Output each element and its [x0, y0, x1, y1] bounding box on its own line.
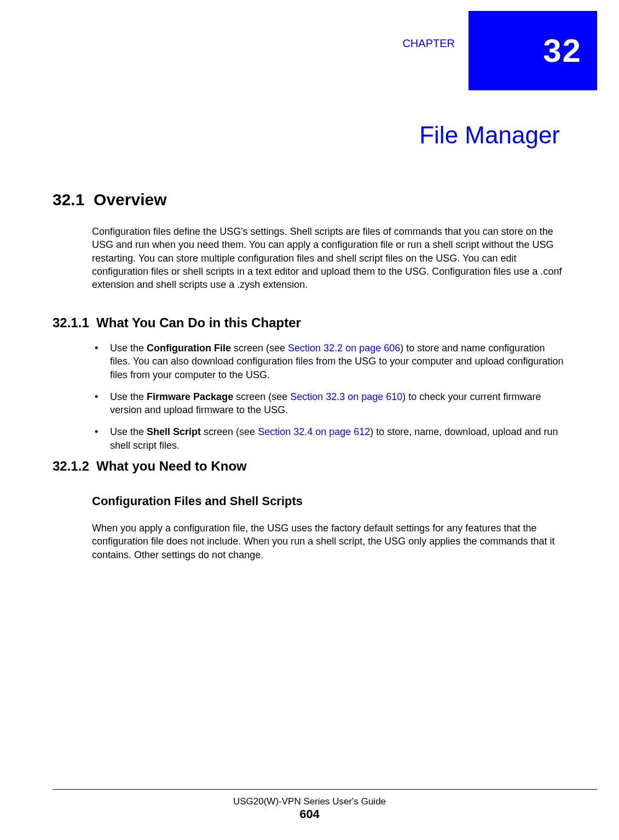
- cross-reference-link[interactable]: Section 32.4 on page 612: [258, 426, 370, 437]
- list-item: Use the Firmware Package screen (see Sec…: [95, 390, 567, 417]
- text: screen (see: [233, 391, 290, 402]
- chapter-number-box: 32: [468, 11, 597, 90]
- section-num: 32.1: [53, 190, 84, 208]
- section-title: What You Can Do in this Chapter: [96, 315, 301, 330]
- bullet-list: Use the Configuration File screen (see S…: [95, 341, 567, 461]
- footer-guide-title: USG20(W)-VPN Series User's Guide: [0, 796, 619, 807]
- overview-paragraph: Configuration files define the USG's set…: [92, 225, 567, 291]
- text: Use the: [110, 391, 147, 402]
- chapter-number: 32: [543, 32, 582, 69]
- subsection-heading: Configuration Files and Shell Scripts: [92, 494, 303, 508]
- text: Use the: [110, 426, 147, 437]
- chapter-label: CHAPTER: [402, 37, 455, 50]
- bold-text: Firmware Package: [147, 391, 233, 402]
- section-heading-32-1: 32.1 Overview: [53, 190, 166, 209]
- need-to-know-paragraph: When you apply a configuration file, the…: [92, 522, 567, 561]
- list-item: Use the Shell Script screen (see Section…: [95, 425, 567, 452]
- section-heading-32-1-2: 32.1.2 What you Need to Know: [53, 459, 247, 474]
- footer-rule: [53, 789, 597, 790]
- section-num: 32.1.2: [53, 459, 89, 473]
- section-heading-32-1-1: 32.1.1 What You Can Do in this Chapter: [53, 315, 301, 331]
- page: CHAPTER 32 File Manager 32.1 Overview Co…: [0, 0, 619, 840]
- bold-text: Configuration File: [147, 343, 231, 354]
- text: screen (see: [231, 343, 288, 354]
- chapter-title: File Manager: [419, 121, 560, 149]
- footer-page-number: 604: [0, 807, 619, 821]
- section-title: Overview: [94, 190, 166, 208]
- text: screen (see: [201, 426, 258, 437]
- bold-text: Shell Script: [147, 426, 201, 437]
- cross-reference-link[interactable]: Section 32.2 on page 606: [288, 343, 400, 354]
- section-title: What you Need to Know: [96, 459, 247, 473]
- list-item: Use the Configuration File screen (see S…: [95, 341, 567, 381]
- cross-reference-link[interactable]: Section 32.3 on page 610: [290, 391, 402, 402]
- section-num: 32.1.1: [53, 315, 89, 330]
- text: Use the: [110, 343, 147, 354]
